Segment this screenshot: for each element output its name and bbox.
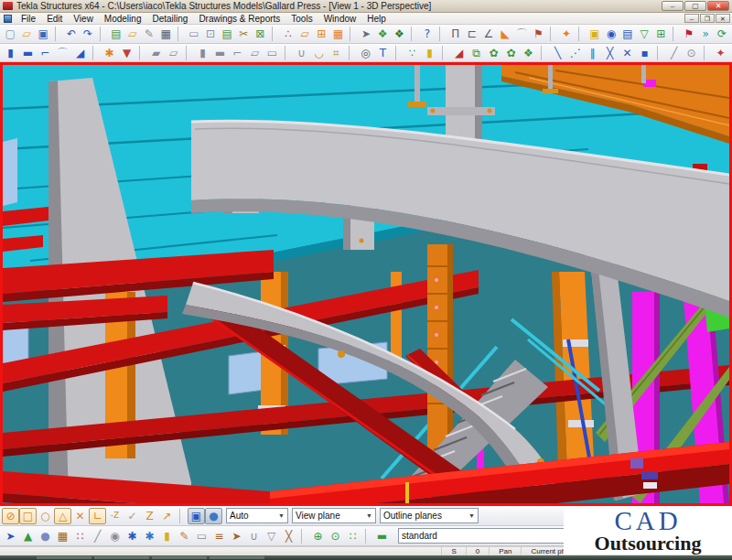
auto-connection-button[interactable]: ◢ (450, 45, 468, 61)
select-welds-button[interactable]: ◉ (106, 528, 124, 544)
point-marker-button[interactable]: ▪ (636, 45, 653, 61)
select-components-button[interactable]: ✱ (141, 528, 158, 544)
menu-tools[interactable]: Tools (285, 14, 318, 24)
fetch-tool-button[interactable]: ✂ (235, 26, 252, 42)
view-properties-button[interactable]: ⊡ (202, 26, 219, 42)
open-model-button[interactable]: ▱ (18, 26, 35, 42)
undo-button[interactable]: ↶ (63, 26, 80, 42)
tekla-online-button[interactable]: ⚑ (681, 26, 697, 42)
select-single-bolts-button[interactable]: ⊙ (327, 528, 344, 544)
concrete-panel-button[interactable]: ▭ (264, 45, 281, 61)
create-column-button[interactable]: ▮ (2, 45, 19, 61)
menu-modeling[interactable]: Modeling (99, 14, 147, 24)
intersection-point-button[interactable]: ╳ (601, 45, 619, 61)
strip-footing-button[interactable]: ▱ (165, 45, 182, 61)
select-assemblies-button[interactable]: ✎ (176, 528, 193, 544)
pour-strip-button[interactable]: ∪ (293, 45, 310, 61)
minimize-button[interactable]: – (662, 1, 684, 11)
snap-reference-button[interactable]: ⊘ (2, 508, 19, 524)
select-parts-button[interactable]: ▲ (19, 528, 37, 544)
create-curved-beam-button[interactable]: ⌒ (54, 45, 71, 61)
create-orthogonal-beam-button[interactable]: ◢ (71, 45, 89, 61)
parallel-points-button[interactable]: ∥ (584, 45, 601, 61)
more-tools-button[interactable]: » (697, 26, 714, 42)
snap-arrow-button[interactable]: ↗ (158, 508, 176, 524)
edit-grid-button[interactable]: ⊏ (464, 26, 480, 42)
copy-translate-button[interactable]: ▣ (587, 26, 603, 42)
open-drawing-button[interactable]: ▱ (124, 26, 141, 42)
select-views-button[interactable]: ▭ (193, 528, 210, 544)
select-pours-button[interactable]: ▽ (263, 528, 280, 544)
concrete-beam-button[interactable]: ▬ (211, 45, 229, 61)
select-cut-button[interactable]: ╳ (280, 528, 297, 544)
create-report-button[interactable]: ✎ (141, 26, 157, 42)
selection-filter-combo[interactable]: standard ▼ (398, 528, 586, 544)
any-point-button[interactable]: ✕ (619, 45, 636, 61)
refresh-view-button[interactable]: ⟳ (714, 26, 730, 42)
create-polyline-button[interactable]: ∠ (480, 26, 497, 42)
child-close-button[interactable]: ✕ (716, 14, 730, 23)
select-grids-button[interactable]: ∷ (71, 528, 89, 544)
select-all-button[interactable]: ➤ (2, 528, 19, 544)
pad-footing-button[interactable]: ▰ (147, 45, 165, 61)
create-points-button[interactable]: ∴ (280, 26, 296, 42)
menu-detailing[interactable]: Detailing (146, 14, 193, 24)
two-points-button[interactable]: ⋰ (566, 45, 584, 61)
select-plane-button[interactable]: ▬ (373, 528, 391, 544)
select-grid-lines-button[interactable]: ╱ (89, 528, 106, 544)
menu-help[interactable]: Help (361, 14, 392, 24)
select-points-button[interactable]: ▦ (54, 528, 71, 544)
snap-geometry-button[interactable]: □ (19, 508, 37, 524)
snap-depth-select[interactable]: Auto ▼ (226, 508, 288, 523)
plumb-tool-button[interactable]: ▼ (118, 45, 135, 61)
select-arrow-brown-button[interactable]: ➤ (228, 528, 245, 544)
pushpin-button[interactable]: ✦ (558, 26, 575, 42)
windows-taskbar[interactable] (0, 555, 732, 560)
reinforcement-mesh-button[interactable]: ⌗ (328, 45, 345, 61)
3d-viewport[interactable] (3, 65, 729, 503)
select-area-button[interactable]: ⊠ (252, 26, 268, 42)
create-polybeam-button[interactable]: ⌐ (37, 45, 54, 61)
select-assembly-parts-button[interactable]: ≡ (210, 528, 228, 544)
menu-view[interactable]: View (68, 14, 99, 24)
create-plate-button[interactable]: ▮ (421, 45, 438, 61)
measure-distance-button[interactable]: ╱ (665, 45, 683, 61)
snap-z-line-button[interactable]: -Z (106, 508, 124, 524)
select-objects-button[interactable]: ▮ (158, 528, 176, 544)
work-folder-button[interactable]: ▱ (296, 26, 313, 42)
select-surfaces-button[interactable]: ● (37, 528, 54, 544)
binoculars-button[interactable]: ◎ (357, 45, 374, 61)
snap-midpoint-button[interactable]: △ (54, 508, 71, 524)
child-minimize-button[interactable]: – (684, 14, 699, 23)
component-editor-button[interactable]: ❖ (391, 26, 407, 42)
menu-drawings-reports[interactable]: Drawings & Reports (193, 14, 285, 24)
menu-edit[interactable]: Edit (41, 14, 68, 24)
drawing-text-button[interactable]: T (374, 45, 392, 61)
window-layout-button[interactable]: ⊞ (652, 26, 669, 42)
select-mesh-button[interactable]: ∷ (344, 528, 361, 544)
snapshot-button[interactable]: ◉ (603, 26, 619, 42)
publish-model-button[interactable]: ▽ (636, 26, 652, 42)
help-button[interactable]: ? (419, 26, 436, 42)
concrete-slab-button[interactable]: ▱ (246, 45, 264, 61)
new-view-button[interactable]: ▭ (186, 26, 202, 42)
component-a-button[interactable]: ✿ (485, 45, 502, 61)
create-line-button[interactable]: ╲ (549, 45, 566, 61)
measure-bolt-circle-button[interactable]: ⊙ (683, 45, 700, 61)
profile-catalog-button[interactable]: ▦ (157, 26, 174, 42)
pour-break-button[interactable]: ◡ (310, 45, 328, 61)
snap-perpendicular-button[interactable]: ∟ (89, 508, 106, 524)
view-plane-select[interactable]: View plane ▼ (292, 508, 376, 523)
pin-red-button[interactable]: ✦ (712, 45, 729, 61)
work-box-button[interactable]: ▦ (329, 26, 346, 42)
select-forms-button[interactable]: ∪ (245, 528, 263, 544)
select-bolts-button[interactable]: ⊕ (309, 528, 327, 544)
create-flag-button[interactable]: ⚑ (530, 26, 546, 42)
create-grid-button[interactable]: Π (447, 26, 464, 42)
menu-file[interactable]: File (16, 14, 41, 24)
object-browser-button[interactable]: ▤ (619, 26, 636, 42)
maximize-button[interactable]: ▢ (684, 1, 706, 11)
child-restore-button[interactable]: ❐ (700, 14, 715, 23)
spray-points-button[interactable]: ∵ (404, 45, 421, 61)
select-joints-button[interactable]: ✱ (124, 528, 141, 544)
